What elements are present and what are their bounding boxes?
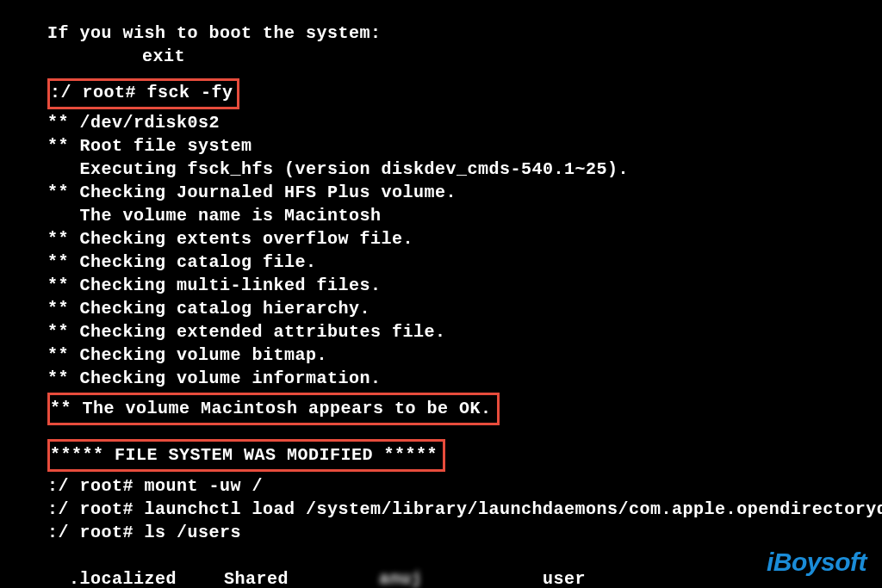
ls-output-line: .localizedSharedanujuser [47, 544, 835, 588]
highlight-box-fsck: :/ root# fsck -fy [47, 78, 239, 109]
fsck-command-highlight: :/ root# fsck -fy [47, 77, 835, 111]
highlight-box-fs-modified: ***** FILE SYSTEM WAS MODIFIED ***** [47, 439, 445, 472]
spacer [47, 68, 835, 77]
output-check-volinfo: ** Checking volume information. [47, 367, 835, 390]
boot-instruction-line: If you wish to boot the system: [47, 22, 835, 45]
output-check-extattr: ** Checking extended attributes file. [47, 320, 835, 344]
output-executing: Executing fsck_hfs (version diskdev_cmds… [47, 158, 835, 181]
spacer [47, 428, 835, 436]
watermark-logo: iBoysoft [767, 545, 866, 580]
output-check-journaled: ** Checking Journaled HFS Plus volume. [47, 181, 835, 204]
output-dev-rdisk: ** /dev/rdisk0s2 [47, 111, 835, 134]
ls-col-user: user [543, 567, 586, 588]
ls-col-blurred: anuj [379, 567, 543, 588]
volume-ok-highlight: ** The volume Macintosh appears to be OK… [47, 390, 835, 428]
output-check-hierarchy: ** Checking catalog hierarchy. [47, 297, 835, 320]
ls-command-line: :/ root# ls /users [47, 521, 835, 544]
output-check-multilinked: ** Checking multi-linked files. [47, 274, 835, 297]
launchctl-command-line: :/ root# launchctl load /system/library/… [47, 498, 835, 521]
fs-modified-highlight: ***** FILE SYSTEM WAS MODIFIED ***** [47, 436, 835, 474]
ls-col-localized: .localized [69, 567, 224, 588]
highlight-box-volume-ok: ** The volume Macintosh appears to be OK… [47, 393, 500, 425]
output-check-bitmap: ** Checking volume bitmap. [47, 344, 835, 367]
output-check-extents: ** Checking extents overflow file. [47, 227, 835, 251]
mount-command-line: :/ root# mount -uw / [47, 474, 835, 498]
output-volume-name: The volume name is Macintosh [47, 204, 835, 227]
exit-command-line: exit [47, 45, 835, 68]
ls-col-shared: Shared [224, 567, 379, 588]
output-check-catalog: ** Checking catalog file. [47, 251, 835, 274]
output-root-fs: ** Root file system [47, 134, 835, 158]
